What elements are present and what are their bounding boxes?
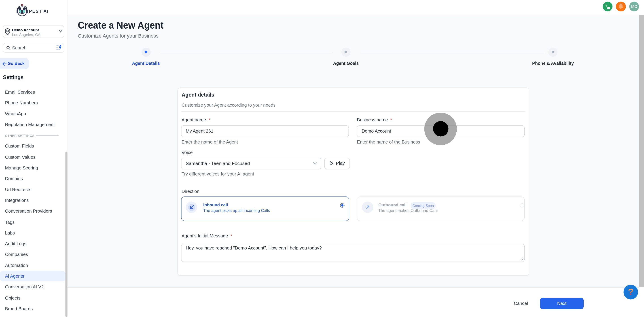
svg-text:PEST AI: PEST AI	[29, 9, 49, 14]
